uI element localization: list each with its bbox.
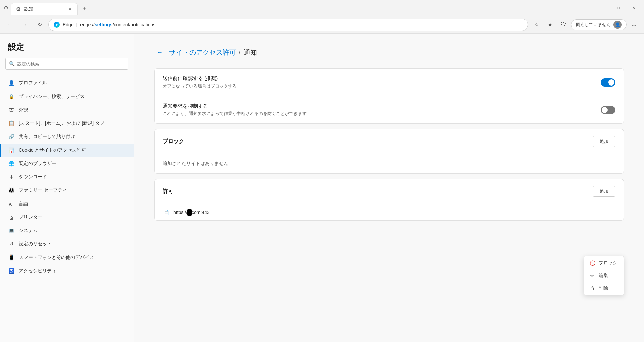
collections-icon[interactable]: ★ [544, 19, 556, 31]
sidebar-item-accessibility[interactable]: ♿ アクセシビリティ [0, 264, 134, 278]
favorites-icon[interactable]: ☆ [531, 19, 543, 31]
main-layout: 設定 🔍 👤 プロファイル 🔒 プライバシー、検索、サービス 🖼 外観 📋 [ス… [0, 34, 644, 342]
startpage-icon: 📋 [8, 120, 15, 127]
sidebar-item-defaultbrowser[interactable]: 🌐 既定のブラウザー [0, 157, 134, 170]
suppress-requests-row: 通知要求を抑制する これにより、通知要求によって作業が中断されるのを防ぐことがで… [155, 96, 624, 123]
sidebar-title: 設定 [0, 42, 134, 58]
breadcrumb-separator: / [239, 49, 241, 56]
block-add-button[interactable]: 追加 [593, 136, 615, 147]
toggle-slider-off [601, 106, 615, 114]
context-menu-delete[interactable]: 🗑 削除 [584, 282, 624, 295]
path-base: settings [95, 22, 113, 27]
block-section-card: ブロック 追加 追加されたサイトはありません [154, 129, 624, 174]
context-menu: 🚫 ブロック ✏ 編集 🗑 削除 [584, 256, 624, 295]
close-window-button[interactable]: ✕ [626, 3, 641, 13]
breadcrumb: サイトのアクセス許可 / 通知 [169, 48, 257, 57]
address-bar[interactable]: e Edge | edge://settings/content/notific… [48, 19, 528, 31]
sidebar-item-label: 設定のリセット [19, 241, 52, 247]
profile-icon: 👤 [8, 80, 15, 87]
notification-settings-card: 送信前に確認する (推奨) オフになっている場合はブロックする 通知要求を抑制す… [154, 68, 624, 124]
edge-logo-icon: e [53, 21, 60, 28]
forward-button[interactable]: → [19, 19, 31, 31]
sidebar-item-downloads[interactable]: ⬇ ダウンロード [0, 170, 134, 184]
settings-window-icon: ⚙ [3, 5, 9, 11]
downloads-icon: ⬇ [8, 174, 15, 180]
context-menu-delete-label: 削除 [599, 285, 608, 291]
sidebar-item-label: [スタート]、[ホーム]、および [新規] タブ [19, 120, 104, 126]
notify-before-send-toggle[interactable] [601, 78, 615, 87]
path-rest: /content/notifications [113, 22, 156, 27]
sidebar-item-label: 外観 [19, 107, 28, 113]
sidebar-item-languages[interactable]: A↑ 言語 [0, 197, 134, 211]
sidebar-item-appearance[interactable]: 🖼 外観 [0, 103, 134, 117]
privacy-icon: 🔒 [8, 93, 15, 100]
search-input[interactable] [17, 61, 125, 66]
block-section-empty: 追加されたサイトはありません [155, 154, 624, 173]
sidebar-item-label: ファミリー セーフティ [19, 187, 67, 193]
avatar: 👤 [613, 21, 622, 29]
sidebar-item-label: ダウンロード [19, 174, 47, 180]
suppress-requests-desc: これにより、通知要求によって作業が中断されるのを防ぐことができます [163, 111, 601, 117]
maximize-button[interactable]: □ [610, 3, 626, 13]
back-button[interactable]: ← [4, 19, 16, 31]
sidebar-item-family[interactable]: 👨‍👩‍👧 ファミリー セーフティ [0, 184, 134, 197]
languages-icon: A↑ [8, 201, 15, 207]
sidebar-item-share[interactable]: 🔗 共有、コピーして貼り付け [0, 130, 134, 144]
context-menu-edit-label: 編集 [599, 273, 608, 279]
sidebar-item-label: 共有、コピーして貼り付け [19, 134, 75, 140]
sync-label: 同期していません [576, 22, 611, 28]
allow-add-button[interactable]: 追加 [593, 186, 615, 197]
allow-section-title: 許可 [163, 188, 173, 195]
sidebar-item-privacy[interactable]: 🔒 プライバシー、検索、サービス [0, 90, 134, 103]
sidebar-item-system[interactable]: 💻 システム [0, 224, 134, 237]
browser-essentials-icon[interactable]: 🛡 [557, 19, 570, 31]
notify-before-send-row: 送信前に確認する (推奨) オフになっている場合はブロックする [155, 69, 624, 96]
sidebar-item-cookies[interactable]: 📊 Cookie とサイトのアクセス許可 [0, 144, 134, 157]
notify-before-send-title: 送信前に確認する (推奨) [163, 75, 601, 82]
defaultbrowser-icon: 🌐 [8, 160, 15, 167]
system-icon: 💻 [8, 227, 15, 234]
block-section-title: ブロック [163, 138, 184, 145]
minimize-button[interactable]: ─ [595, 3, 610, 13]
new-tab-button[interactable]: + [79, 3, 90, 14]
sidebar-item-startpage[interactable]: 📋 [スタート]、[ホーム]、および [新規] タブ [0, 117, 134, 130]
breadcrumb-link[interactable]: サイトのアクセス許可 [169, 48, 236, 57]
tab-icon: ⚙ [15, 6, 22, 12]
search-icon: 🔍 [9, 61, 15, 66]
share-icon: 🔗 [8, 133, 15, 140]
more-options-button[interactable]: ... [628, 19, 640, 31]
tab-title: 設定 [24, 6, 64, 12]
context-menu-edit[interactable]: ✏ 編集 [584, 269, 624, 282]
brand-label: Edge [63, 22, 74, 27]
sidebar-item-reset[interactable]: ↺ 設定のリセット [0, 237, 134, 251]
notify-before-send-desc: オフになっている場合はブロックする [163, 83, 601, 89]
appearance-icon: 🖼 [8, 107, 15, 113]
breadcrumb-current: 通知 [244, 48, 257, 57]
suppress-requests-title: 通知要求を抑制する [163, 103, 601, 109]
sidebar-item-label: スマートフォンとその他のデバイス [19, 254, 94, 261]
page-header: ← サイトのアクセス許可 / 通知 [154, 47, 624, 58]
sidebar-item-profile[interactable]: 👤 プロファイル [0, 76, 134, 90]
sidebar-item-label: プリンター [19, 214, 42, 220]
site-url: https://com:443 [173, 210, 615, 215]
close-tab-button[interactable]: × [67, 6, 73, 12]
sidebar-item-printer[interactable]: 🖨 プリンター [0, 211, 134, 224]
context-menu-block[interactable]: 🚫 ブロック [584, 256, 624, 269]
sidebar-item-label: プロファイル [19, 80, 47, 86]
allow-section-card: 許可 追加 📄 https://com:443 [154, 179, 624, 221]
browser-tab[interactable]: ⚙ 設定 × [11, 3, 78, 15]
refresh-button[interactable]: ↻ [34, 19, 46, 31]
reset-icon: ↺ [8, 241, 15, 247]
search-box[interactable]: 🔍 [5, 58, 128, 70]
sync-button[interactable]: 同期していません 👤 [571, 19, 627, 30]
sidebar: 設定 🔍 👤 プロファイル 🔒 プライバシー、検索、サービス 🖼 外観 📋 [ス… [0, 34, 134, 342]
cookies-icon: 📊 [8, 147, 15, 154]
delete-icon: 🗑 [589, 285, 595, 291]
page-back-button[interactable]: ← [154, 47, 165, 58]
site-file-icon: 📄 [163, 209, 169, 216]
sidebar-item-mobile[interactable]: 📱 スマートフォンとその他のデバイス [0, 251, 134, 264]
address-text: Edge | edge://settings/content/notificat… [63, 22, 155, 27]
blocked-domain [187, 209, 192, 216]
suppress-requests-toggle[interactable] [601, 106, 615, 114]
block-section-header: ブロック 追加 [155, 129, 624, 154]
